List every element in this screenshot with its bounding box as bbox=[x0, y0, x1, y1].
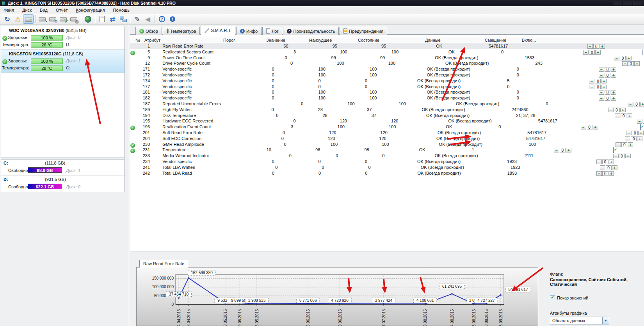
offset-plus-button[interactable]: + bbox=[593, 125, 598, 129]
menu-help[interactable]: Помощь bbox=[110, 6, 133, 14]
smart-table-row[interactable]: ✓ 172 Vendor-specific 0 100 100 OK (Всег… bbox=[130, 72, 644, 78]
offset-minus-button[interactable]: − bbox=[622, 61, 628, 66]
header-offset[interactable]: Смещение bbox=[485, 38, 506, 43]
help-icon[interactable]: ? bbox=[157, 14, 167, 24]
offset-value[interactable]: 0 bbox=[605, 67, 610, 72]
offset-minus-button[interactable]: − bbox=[596, 171, 602, 176]
offset-value[interactable]: 0 bbox=[621, 142, 627, 147]
offset-value[interactable]: 0 bbox=[621, 113, 626, 118]
smart-table-row[interactable]: ✓ 1 Raw Read Error Rate 50 95 95 OK 5478… bbox=[130, 43, 644, 49]
offset-minus-button[interactable]: − bbox=[626, 131, 632, 135]
offset-value[interactable]: 0 bbox=[614, 108, 620, 112]
smart-table-row[interactable]: ✓ 5 Reallocated Sectors Count 3 100 100 … bbox=[130, 49, 644, 55]
offset-value[interactable]: 0 bbox=[606, 165, 612, 170]
offset-value[interactable]: 0 bbox=[593, 44, 599, 49]
offset-plus-button[interactable]: + bbox=[626, 56, 632, 60]
offset-plus-button[interactable]: + bbox=[601, 79, 607, 83]
smart-table-row[interactable]: ✓ 201 Soft Read Error Rate 0 120 120 OK … bbox=[130, 130, 644, 136]
offset-plus-button[interactable]: + bbox=[608, 159, 614, 164]
tab-smart[interactable]: S.M.A.R.T. bbox=[201, 26, 235, 35]
maximize-button[interactable] bbox=[623, 1, 632, 5]
offset-value[interactable]: 0 bbox=[587, 125, 592, 129]
offset-plus-button[interactable]: + bbox=[627, 113, 632, 118]
offset-plus-button[interactable]: + bbox=[637, 136, 642, 141]
header-status[interactable]: Состояние bbox=[358, 38, 379, 43]
offset-value[interactable]: 0 bbox=[634, 102, 640, 106]
offset-minus-button[interactable]: − bbox=[599, 73, 604, 78]
offset-minus-button[interactable]: − bbox=[599, 67, 604, 72]
smart-table-row[interactable]: ✓ 181 Vendor-specific 0 100 100 OK (Всег… bbox=[130, 89, 644, 95]
smart-table-row[interactable]: ✓ 9 Power On Time Count 0 99 99 OK (Всег… bbox=[130, 55, 644, 61]
refresh-icon[interactable]: ↻ bbox=[2, 14, 12, 24]
disk-health-icon[interactable]: ✓ bbox=[58, 14, 69, 24]
minimize-button[interactable] bbox=[613, 1, 622, 5]
desktop-settings-icon[interactable]: ✎ bbox=[132, 14, 142, 24]
smart-table-row[interactable]: ✓ 12 Drive Power Cycle Count 0 100 100 O… bbox=[130, 60, 644, 66]
menu-report[interactable]: Отчёт bbox=[52, 6, 71, 14]
offset-value[interactable]: 0 bbox=[619, 154, 625, 158]
disk-schedule-icon[interactable]: ⊙ bbox=[48, 14, 58, 24]
problem-report-icon[interactable]: ⚠ bbox=[12, 14, 23, 24]
offset-minus-button[interactable]: − bbox=[554, 148, 559, 152]
offset-value[interactable]: 0 bbox=[560, 148, 566, 152]
header-num[interactable]: № bbox=[135, 38, 140, 43]
offset-minus-button[interactable]: − bbox=[596, 159, 602, 164]
offset-value[interactable]: 0 bbox=[602, 171, 608, 176]
smart-table-row[interactable]: ✓ 194 Disk Temperature 0 28 37 OK (Всегд… bbox=[130, 113, 644, 119]
disk-surface-test-icon[interactable]: ◎ bbox=[69, 14, 79, 24]
offset-value[interactable]: 0 bbox=[605, 73, 610, 78]
offset-minus-button[interactable]: − bbox=[608, 108, 614, 112]
offset-plus-button[interactable]: + bbox=[638, 131, 644, 135]
info-icon[interactable]: i bbox=[167, 14, 178, 24]
offset-minus-button[interactable]: − bbox=[613, 154, 619, 158]
offset-minus-button[interactable]: − bbox=[589, 85, 594, 89]
offset-plus-button[interactable]: + bbox=[628, 142, 633, 147]
partition-c[interactable]: C: (111,8 GB) Свободно 88.0 GB Диск: 1 bbox=[1, 159, 125, 176]
chart-attribute-tab[interactable]: Raw Read Error Rate bbox=[139, 260, 188, 268]
offset-value[interactable]: 0 bbox=[632, 131, 638, 135]
tab-temperature[interactable]: Температура bbox=[163, 27, 200, 35]
attribute-enabled-checkbox[interactable]: ✓ bbox=[613, 147, 614, 153]
offset-value[interactable]: 0 bbox=[589, 50, 595, 55]
disk-card-kingston[interactable]: KINGSTON SH103S3120G (111,8 GB) ✓ Здоров… bbox=[1, 50, 125, 73]
smart-table-row[interactable]: ✓ 233 Media Wearout Indicator 0 0 0 OK (… bbox=[130, 153, 644, 159]
offset-plus-button[interactable]: + bbox=[608, 171, 614, 176]
online-update-icon[interactable] bbox=[83, 14, 93, 24]
offset-minus-button[interactable]: − bbox=[583, 50, 589, 55]
dropdown-button[interactable]: ▼ bbox=[602, 317, 609, 324]
offset-minus-button[interactable]: − bbox=[581, 125, 586, 129]
menu-disk[interactable]: Диск bbox=[19, 6, 35, 14]
report-icon[interactable] bbox=[97, 14, 107, 24]
offset-plus-button[interactable]: + bbox=[640, 102, 644, 106]
header-worst[interactable]: Наихудшее bbox=[309, 38, 332, 43]
offset-minus-button[interactable]: − bbox=[600, 165, 605, 170]
header-threshold[interactable]: Порог bbox=[223, 38, 235, 43]
disk-overview-icon[interactable] bbox=[23, 14, 34, 24]
sync-icon[interactable]: ⇄ bbox=[107, 14, 118, 24]
offset-minus-button[interactable]: − bbox=[637, 119, 642, 124]
offset-value[interactable]: 0 bbox=[620, 56, 626, 60]
offset-minus-button[interactable]: − bbox=[589, 79, 594, 83]
graph-attributes-dropdown[interactable]: Область данных ▼ bbox=[550, 317, 609, 324]
tab-performance[interactable]: Производительность bbox=[283, 27, 339, 35]
offset-plus-button[interactable]: + bbox=[611, 67, 616, 72]
offset-minus-button[interactable]: − bbox=[615, 113, 620, 118]
offset-minus-button[interactable]: − bbox=[587, 44, 593, 49]
menu-configuration[interactable]: Конфигурация bbox=[73, 6, 109, 14]
smart-table-row[interactable]: ✓ 242 Total LBA Read 0 0 0 OK (Всегда пр… bbox=[130, 170, 644, 176]
partition-d[interactable]: D: (931,5 GB) Свободно 622.1 GB Диск: 0 bbox=[1, 176, 125, 192]
menu-view[interactable]: Вид bbox=[36, 6, 51, 14]
tab-alerts[interactable]: Предупреждения bbox=[340, 27, 387, 35]
smart-table-row[interactable]: ✓ 231 Temperature 10 98 98 OK 1 − 0 + ✓ bbox=[130, 147, 644, 153]
offset-plus-button[interactable]: + bbox=[634, 61, 640, 66]
show-values-checkbox[interactable]: ✓ bbox=[550, 295, 555, 300]
smart-table-row[interactable]: ✓ 174 Vendor-specific 0 0 0 OK (Всегда п… bbox=[130, 78, 644, 84]
offset-plus-button[interactable]: + bbox=[600, 44, 605, 49]
disk-card-wdc[interactable]: WDC WD10EARX-32N0YB0 (931,5 GB) ✓ Здоров… bbox=[1, 26, 125, 50]
tab-overview[interactable]: ✓Обзор bbox=[135, 27, 162, 35]
smart-table-row[interactable]: ✓ 177 Vendor-specific 0 0 0 OK (Всегда п… bbox=[130, 84, 644, 90]
offset-plus-button[interactable]: + bbox=[625, 154, 631, 158]
header-enabled[interactable]: Вклю... bbox=[522, 38, 536, 43]
tab-info[interactable]: iИнфо bbox=[236, 27, 262, 35]
close-button[interactable] bbox=[633, 1, 642, 5]
